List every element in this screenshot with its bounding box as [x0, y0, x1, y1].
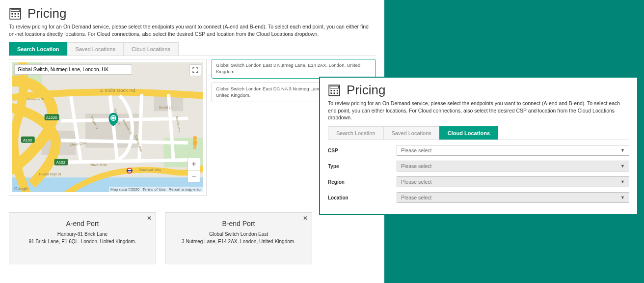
title-row: Pricing [328, 83, 629, 98]
chevron-down-icon: ▼ [620, 195, 625, 200]
google-logo: Google [14, 186, 28, 191]
form-row-csp: CSP Please select▼ [328, 145, 629, 156]
tab-saved-locations[interactable]: Saved Locations [67, 42, 124, 56]
close-icon[interactable]: ✕ [303, 215, 308, 222]
region-select[interactable]: Please select▼ [397, 176, 629, 187]
page-title: Pricing [27, 6, 66, 21]
form-row-type: Type Please select▼ [328, 161, 629, 171]
csp-select[interactable]: Please select▼ [397, 145, 629, 156]
tabs: Search Location Saved Locations Cloud Lo… [9, 42, 376, 56]
svg-text:A1020: A1020 [46, 116, 58, 120]
title-row: Pricing [9, 6, 376, 21]
region-label: Region [328, 179, 397, 185]
tab-saved-locations[interactable]: Saved Locations [383, 126, 440, 140]
svg-text:Woolmore St: Woolmore St [27, 98, 44, 101]
svg-text:Blackwall Way: Blackwall Way [139, 169, 161, 172]
type-label: Type [328, 164, 397, 169]
map-report-link[interactable]: Report a map error [168, 187, 202, 192]
svg-rect-47 [334, 92, 335, 94]
svg-rect-48 [337, 92, 338, 94]
tab-search-location[interactable]: Search Location [9, 42, 68, 56]
map-container[interactable]: E India Dock Rd Naval Row Blackwall Way … [9, 59, 207, 196]
map-address-input[interactable]: Global Switch, Nutmeg Lane, London, UK [14, 64, 132, 75]
type-select[interactable]: Please select▼ [397, 161, 629, 171]
b-end-port-card: ✕ B-end Port Global Switch London East 3… [165, 212, 312, 264]
intro-text: To review pricing for an On Demand servi… [9, 23, 376, 37]
chevron-down-icon: ▼ [620, 179, 625, 184]
svg-text:Poplar High St: Poplar High St [39, 173, 61, 177]
svg-rect-7 [18, 16, 19, 17]
tab-cloud-locations[interactable]: Cloud Locations [123, 42, 179, 56]
svg-text:A102: A102 [56, 161, 66, 165]
svg-rect-2 [11, 13, 13, 14]
zoom-control: + − [188, 158, 200, 182]
chevron-down-icon: ▼ [620, 164, 625, 169]
port-address: 91 Brick Lane, E1 6QL. London, United Ki… [14, 239, 151, 244]
svg-rect-44 [334, 89, 335, 91]
svg-point-37 [193, 136, 197, 140]
ports-row: ✕ A-end Port Hanbury-91 Brick Lane 91 Br… [9, 212, 376, 264]
map-terms-link[interactable]: Terms of Use [142, 187, 165, 192]
tab-search-location[interactable]: Search Location [328, 126, 384, 140]
page-title: Pricing [347, 83, 385, 98]
a-end-port-card: ✕ A-end Port Hanbury-91 Brick Lane 91 Br… [9, 212, 156, 264]
intro-text: To review pricing for an On Demand servi… [328, 100, 629, 121]
svg-rect-4 [18, 13, 19, 14]
pegman-icon[interactable] [189, 135, 200, 150]
pricing-panel-cloud: Pricing To review pricing for an On Dema… [319, 77, 638, 215]
svg-rect-42 [330, 86, 338, 88]
svg-text:A102: A102 [23, 138, 32, 142]
calculator-icon [9, 7, 22, 20]
svg-rect-6 [15, 16, 16, 17]
tabs: Search Location Saved Locations Cloud Lo… [328, 126, 629, 140]
svg-text:E India Dock Rd: E India Dock Rd [100, 87, 135, 93]
search-result[interactable]: Global Switch London East 3 Nutmeg Lane,… [212, 59, 376, 79]
csp-label: CSP [328, 148, 397, 153]
port-name: Hanbury-91 Brick Lane [14, 231, 151, 237]
port-address: 3 Nutmeg Lane, E14 2AX. London, United K… [170, 239, 307, 244]
calculator-icon [328, 84, 341, 97]
svg-rect-3 [15, 13, 16, 14]
svg-point-35 [110, 115, 116, 121]
svg-text:Sorrel Ln: Sorrel Ln [159, 106, 172, 110]
form-row-region: Region Please select▼ [328, 176, 629, 187]
svg-rect-46 [330, 92, 332, 94]
svg-rect-45 [337, 89, 338, 91]
location-select[interactable]: Please select▼ [397, 192, 629, 203]
tab-cloud-locations[interactable]: Cloud Locations [439, 126, 498, 140]
fullscreen-icon[interactable] [189, 64, 201, 76]
map-data-credit: Map data ©2020 [110, 187, 139, 192]
form-row-location: Location Please select▼ [328, 192, 629, 203]
svg-rect-43 [330, 89, 332, 91]
map-canvas[interactable]: E India Dock Rd Naval Row Blackwall Way … [12, 62, 203, 192]
svg-rect-5 [11, 16, 13, 17]
svg-text:Naval Row: Naval Row [90, 164, 107, 167]
map-credits: Map data ©2020 Terms of Use Report a map… [109, 187, 203, 192]
svg-rect-1 [11, 9, 19, 11]
close-icon[interactable]: ✕ [147, 215, 152, 222]
zoom-out-button[interactable]: − [188, 170, 200, 182]
zoom-in-button[interactable]: + [188, 158, 200, 170]
svg-rect-38 [193, 140, 197, 145]
port-title: A-end Port [14, 220, 151, 227]
port-name: Global Switch London East [170, 231, 307, 237]
port-title: B-end Port [170, 220, 307, 227]
svg-rect-34 [127, 170, 133, 171]
chevron-down-icon: ▼ [620, 148, 625, 153]
svg-rect-39 [193, 145, 195, 149]
location-label: Location [328, 195, 397, 200]
svg-rect-40 [195, 145, 197, 149]
cloud-form: CSP Please select▼ Type Please select▼ R… [328, 145, 629, 203]
